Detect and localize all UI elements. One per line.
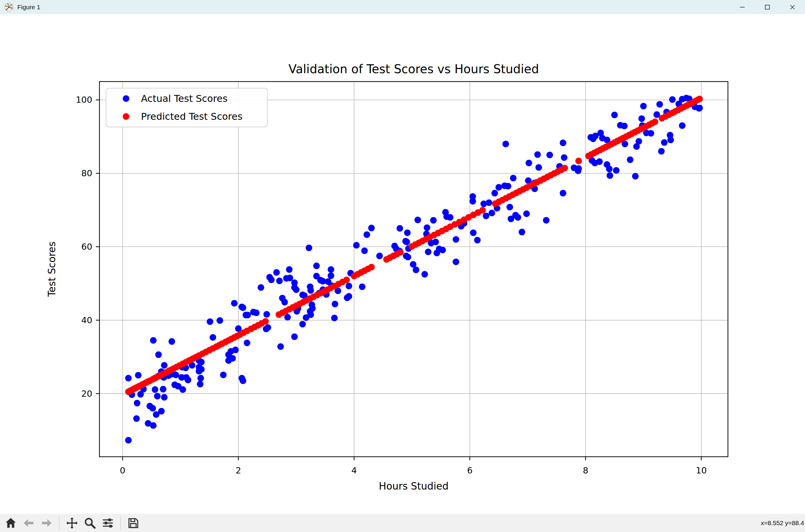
close-icon (789, 4, 796, 11)
save-icon (127, 517, 139, 529)
toolbar-separator (120, 516, 121, 530)
save-button[interactable] (126, 516, 140, 531)
cursor-position-readout: x=8.552 y=88.4 (761, 514, 804, 532)
predicted-scores-points (125, 96, 703, 395)
svg-text:60: 60 (81, 242, 92, 252)
configure-subplots-icon (101, 517, 114, 529)
close-button[interactable] (780, 0, 805, 14)
back-icon (22, 517, 35, 529)
chart-title: Validation of Test Scores vs Hours Studi… (289, 62, 539, 76)
svg-text:2: 2 (236, 466, 241, 476)
toolbar-separator (59, 516, 59, 530)
figure-canvas[interactable]: 024681020406080100Validation of Test Sco… (0, 14, 805, 514)
svg-text:80: 80 (81, 168, 92, 178)
pan-button[interactable] (65, 516, 79, 531)
svg-text:100: 100 (76, 95, 92, 105)
svg-text:0: 0 (120, 466, 125, 476)
home-button[interactable] (4, 516, 18, 531)
forward-icon (40, 517, 53, 529)
matplotlib-logo-icon (4, 2, 14, 12)
svg-text:40: 40 (81, 315, 92, 325)
svg-text:8: 8 (583, 466, 588, 476)
svg-text:20: 20 (81, 388, 92, 399)
forward-button (40, 516, 54, 531)
maximize-icon (764, 4, 771, 11)
toolbar-button-group (2, 516, 142, 531)
home-icon (4, 517, 17, 529)
svg-text:10: 10 (696, 466, 707, 476)
pan-icon (66, 517, 78, 529)
actual-scores-points (125, 95, 703, 443)
window-titlebar: Figure 1 (0, 0, 805, 14)
back-button (22, 516, 36, 531)
window-title: Figure 1 (17, 4, 40, 11)
x-axis-label: Hours Studied (379, 480, 448, 492)
legend-label: Predicted Test Scores (141, 111, 243, 122)
y-axis-label: Test Scores (46, 241, 58, 297)
svg-text:6: 6 (467, 466, 473, 476)
zoom-button[interactable] (83, 516, 97, 531)
tick-marks (96, 100, 701, 460)
scatter-points (125, 95, 703, 443)
navigation-toolbar: x=8.552 y=88.4 (0, 514, 805, 532)
minimize-icon (739, 4, 746, 11)
window-controls (730, 0, 805, 14)
configure-subplots-button[interactable] (101, 516, 115, 531)
maximize-button[interactable] (755, 0, 780, 14)
svg-text:4: 4 (351, 466, 357, 476)
minimize-button[interactable] (730, 0, 755, 14)
legend-label: Actual Test Scores (141, 93, 228, 104)
scatter-plot[interactable]: 024681020406080100Validation of Test Sco… (0, 14, 805, 514)
legend-marker-actual (123, 95, 129, 102)
zoom-icon (84, 517, 96, 529)
legend-marker-predicted (123, 113, 129, 120)
